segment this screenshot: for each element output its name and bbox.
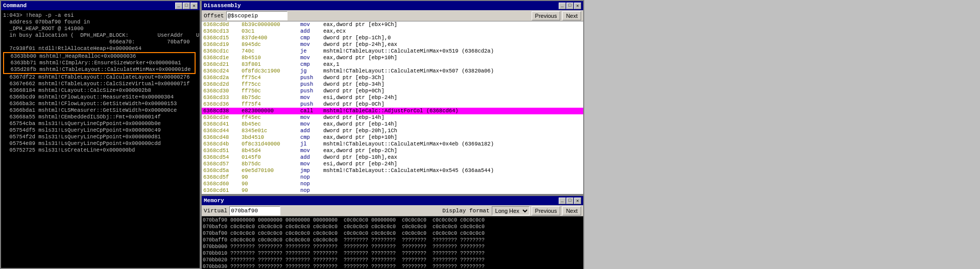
offset-input[interactable] bbox=[226, 11, 288, 20]
disasm-row: 6368cd44 8345e01c add dword ptr [ebp-20h… bbox=[202, 128, 583, 134]
disasm-ops: eax,dword ptr [ebp+10h] bbox=[322, 55, 583, 61]
disasm-row: 6368cd48 3bd4510 cmp eax,dword ptr [ebp+… bbox=[202, 134, 583, 141]
disasm-row: 6368cd33 8b75dc mov esi,dword ptr [ebp-2… bbox=[202, 94, 583, 101]
disassembly-title: Disassembly bbox=[204, 3, 241, 9]
memory-row: 070bb010 ???????? ???????? ???????? ????… bbox=[203, 250, 582, 257]
memory-row: 070bb000 ???????? ???????? ???????? ????… bbox=[203, 243, 582, 250]
disasm-bytes: 8345e01c bbox=[240, 128, 299, 134]
disasm-addr: 6368cd19 bbox=[202, 41, 240, 48]
disasm-bytes: e823000000 bbox=[240, 108, 299, 114]
disassembly-title-bar: Disassembly _ □ ✕ bbox=[202, 1, 583, 10]
disasm-row: 6368cd60 90 nop bbox=[202, 181, 583, 187]
disasm-mnem: cmp bbox=[299, 134, 322, 141]
memory-maximize-btn[interactable]: □ bbox=[566, 198, 573, 204]
disasm-addr: 6368cd30 bbox=[202, 88, 240, 94]
command-minimize-btn[interactable]: _ bbox=[175, 3, 182, 9]
disassembly-title-buttons: _ □ ✕ bbox=[559, 3, 581, 9]
disasm-addr: 6368cd48 bbox=[202, 134, 240, 141]
disasm-bytes: ff45ec bbox=[240, 114, 299, 121]
disasm-ops: eax,1 bbox=[322, 61, 583, 68]
disasm-addr: 6368cd0d bbox=[202, 21, 240, 28]
disasm-addr: 6368cd51 bbox=[202, 148, 240, 154]
disasm-mnem: call bbox=[299, 108, 322, 114]
disasm-ops: dword ptr [ebp-10h],eax bbox=[322, 154, 583, 161]
disasm-mnem: mov bbox=[299, 114, 322, 121]
memory-display-format-select[interactable]: Long Hex bbox=[492, 206, 530, 215]
memory-data: ???????? ???????? ???????? ???????? ????… bbox=[230, 251, 485, 256]
disasm-ops: mshtml!CTableLayout::CalculateMinMax+0x5… bbox=[322, 167, 583, 174]
disasm-row: 6368cd41 8b45ec mov eax,dword ptr [ebp-1… bbox=[202, 121, 583, 128]
command-line: 6366bcd9 mshtml!CFlowLayout::MeasureSite… bbox=[3, 94, 198, 101]
memory-addr: 070baf90 bbox=[203, 217, 227, 223]
disasm-addr: 6368cd13 bbox=[202, 28, 240, 35]
disassembly-previous-btn[interactable]: Previous bbox=[532, 11, 561, 20]
disasm-addr: 6368cd5f bbox=[202, 174, 240, 181]
disasm-mnem: nop bbox=[299, 181, 322, 187]
disasm-bytes: ff750c bbox=[240, 88, 299, 94]
disasm-mnem: je bbox=[299, 48, 322, 55]
memory-addr: 070bb010 bbox=[203, 251, 227, 256]
disasm-ops bbox=[322, 187, 583, 194]
disasm-row: 6368cd3e ff45ec mov dword ptr [ebp-14h] bbox=[202, 114, 583, 121]
disassembly-maximize-btn[interactable]: □ bbox=[566, 3, 573, 9]
memory-data: ???????? ???????? ???????? ???????? ????… bbox=[230, 264, 485, 269]
disasm-addr: 6368cd5a bbox=[202, 167, 240, 174]
disasm-ops: dword ptr [ebp-14h] bbox=[322, 114, 583, 121]
disasm-bytes: 03c1 bbox=[240, 28, 299, 35]
disasm-mnem: push bbox=[299, 75, 322, 81]
memory-addr: 070bb020 bbox=[203, 257, 227, 263]
disasm-mnem: mov bbox=[299, 55, 322, 61]
disassembly-next-btn[interactable]: Next bbox=[562, 11, 581, 20]
disasm-addr: 6368cd15 bbox=[202, 35, 240, 41]
disassembly-toolbar: Offset Previous Next bbox=[202, 10, 583, 21]
disasm-bytes: 83f801 bbox=[240, 61, 299, 68]
command-line: 666ea70: 70baf90 70 - 70ba000 2000 bbox=[3, 39, 198, 45]
disasm-row: 6368cd0d 8b39c0000000 mov eax,dword ptr … bbox=[202, 21, 583, 28]
memory-next-btn[interactable]: Next bbox=[562, 206, 581, 215]
disasm-ops: eax,ecx bbox=[322, 28, 583, 35]
disassembly-minimize-btn[interactable]: _ bbox=[559, 3, 566, 9]
memory-previous-btn[interactable]: Previous bbox=[532, 206, 561, 215]
disasm-addr: 6368cd2d bbox=[202, 81, 240, 88]
memory-addr: 070bafc0 bbox=[203, 224, 227, 230]
disasm-mnem: jg bbox=[299, 68, 322, 75]
memory-addr: 070bb030 bbox=[203, 264, 227, 269]
command-line: 7c938f01 ntdll!RtlAllocateHeap+0x00000e6… bbox=[3, 45, 198, 52]
disasm-bytes: 90 bbox=[240, 187, 299, 194]
command-line: 63668a55 mshtml!CEmbeddedILSObj::Fmt+0x0… bbox=[3, 114, 198, 120]
disasm-row: 6368cd24 0f8fdc3c1900 jg mshtml!CTableLa… bbox=[202, 68, 583, 75]
memory-close-btn[interactable]: ✕ bbox=[574, 198, 581, 204]
memory-data: ???????? ???????? ???????? ???????? ????… bbox=[230, 244, 485, 250]
disasm-mnem: add bbox=[299, 28, 322, 35]
memory-data: c0c0c0c0 c0c0c0c0 c0c0c0c0 c0c0c0c0 c0c0… bbox=[230, 224, 485, 230]
command-content: 1:043> !heap -p -a esi address 070baf90 … bbox=[1, 10, 200, 268]
memory-address-input[interactable] bbox=[229, 206, 280, 215]
command-maximize-btn[interactable]: □ bbox=[183, 3, 190, 9]
disassembly-content: 6368cd0d 8b39c0000000 mov eax,dword ptr … bbox=[202, 21, 583, 194]
disasm-addr: 6368cd2a bbox=[202, 75, 240, 81]
memory-data: ???????? ???????? ???????? ???????? ????… bbox=[230, 257, 485, 263]
command-line: 05754df5 msls31!LsQueryLineCpPpoint+0x00… bbox=[3, 127, 198, 134]
disasm-addr: 6368cd38 bbox=[202, 108, 240, 114]
memory-addr: 070baff0 bbox=[203, 237, 227, 243]
command-line: in busy allocation ( DPH_HEAP_BLOCK: Use… bbox=[3, 32, 198, 39]
disasm-row: 6368cd5a e9e5d70100 jmp mshtml!CTableLay… bbox=[202, 167, 583, 174]
memory-window: Memory _ □ ✕ Virtual Display format Long… bbox=[201, 195, 584, 269]
disasm-addr: 6368cd60 bbox=[202, 181, 240, 187]
command-line: 05754e89 msls31!LsQueryLineCpPpoint+0x00… bbox=[3, 140, 198, 147]
disasm-ops: esi,dword ptr [ebp-24h] bbox=[322, 94, 583, 101]
disasm-row: 6368cd57 8b75dc mov esi,dword ptr [ebp-2… bbox=[202, 161, 583, 167]
command-close-btn[interactable]: ✕ bbox=[190, 3, 198, 9]
disassembly-close-btn[interactable]: ✕ bbox=[574, 3, 581, 9]
disasm-mnem: add bbox=[299, 128, 322, 134]
command-title: Command bbox=[3, 3, 27, 9]
disasm-row: 6368cd38 e823000000 call mshtml!CTableCa… bbox=[202, 108, 583, 114]
disasm-mnem: jl bbox=[299, 141, 322, 148]
memory-minimize-btn[interactable]: _ bbox=[559, 198, 566, 204]
disasm-mnem: mov bbox=[299, 41, 322, 48]
disasm-bytes: ff75f4 bbox=[240, 101, 299, 108]
disasm-addr: 6368cd1c bbox=[202, 48, 240, 55]
command-line: 6363bb71 mshtml!CImplAry::EnsureSizeWork… bbox=[4, 60, 195, 66]
disasm-row: 6368cd15 837de400 cmp dword ptr [ebp-1Ch… bbox=[202, 35, 583, 41]
disasm-mnem: push bbox=[299, 101, 322, 108]
